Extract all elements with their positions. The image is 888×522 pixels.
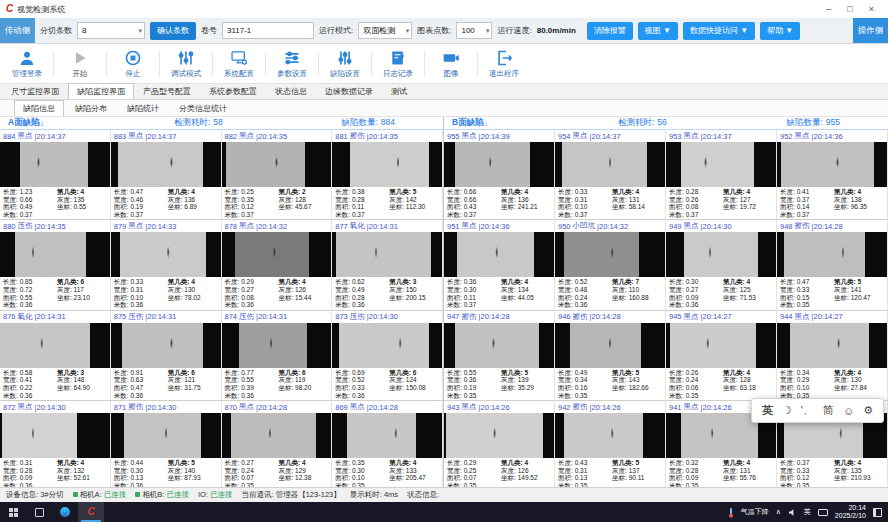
defect-image[interactable] <box>222 232 332 277</box>
defect-image[interactable] <box>332 232 442 277</box>
main-tab-产品型号配置[interactable]: 产品型号配置 <box>134 83 200 99</box>
minimize-button[interactable]: – <box>826 4 831 14</box>
sub-tab-分类信息统计[interactable]: 分类信息统计 <box>170 100 236 116</box>
main-tab-测试[interactable]: 测试 <box>382 83 416 99</box>
run-mode-select[interactable]: 双面检测 <box>358 22 412 39</box>
defect-image[interactable] <box>444 323 554 368</box>
main-tab-尺寸监控界面[interactable]: 尺寸监控界面 <box>2 83 68 99</box>
main-tab-边缘数据记录[interactable]: 边缘数据记录 <box>316 83 382 99</box>
defect-cell[interactable]: 954黑点|20:14:37长度: 0.33宽度: 0.31面积: 0.10米数… <box>555 130 666 220</box>
defect-cell[interactable]: 883黑点|20:14:37长度: 0.47宽度: 0.46面积: 0.19米数… <box>111 130 222 220</box>
defect-cell[interactable]: 879黑点|20:14:33长度: 0.33宽度: 0.31面积: 0.10米数… <box>111 220 222 310</box>
roll-number-input[interactable]: 3117-1 <box>222 22 314 39</box>
weather-text[interactable]: 气温下降 <box>741 507 769 517</box>
toolbar-debug-mode-button[interactable]: 调试模式 <box>163 44 209 83</box>
defect-image[interactable] <box>555 323 665 368</box>
toolbar-stop-button[interactable]: 停止 <box>110 44 156 83</box>
data-quick-access-button[interactable]: 数据快捷访问 ▼ <box>683 22 755 40</box>
defect-image[interactable] <box>777 323 887 368</box>
defect-image[interactable] <box>0 142 110 187</box>
defect-image[interactable] <box>666 142 776 187</box>
defect-cell[interactable]: 874压伤|20:14:31长度: 0.77宽度: 0.55面积: 0.39米数… <box>222 311 333 401</box>
defect-cell[interactable]: 871擦伤|20:14:30长度: 0.44宽度: 0.30面积: 0.13米数… <box>111 401 222 487</box>
defect-image[interactable] <box>0 232 110 277</box>
defect-cell[interactable]: 869黑点|20:14:28长度: 0.35宽度: 0.30面积: 0.10米数… <box>332 401 443 487</box>
toolbar-log-button[interactable]: 日志记录 <box>375 44 421 83</box>
main-tab-缺陷监控界面[interactable]: 缺陷监控界面 <box>68 83 134 99</box>
defect-image[interactable] <box>444 232 554 277</box>
toolbar-camera-button[interactable]: 图像 <box>428 44 474 83</box>
ime-punctuation[interactable]: '、 <box>801 403 814 418</box>
defect-cell[interactable]: 876氧化|20:14:31长度: 0.58宽度: 0.41面积: 0.22米数… <box>0 311 111 401</box>
ime-moon-icon[interactable]: ☽ <box>782 404 792 417</box>
defect-image[interactable] <box>332 142 442 187</box>
defect-cell[interactable]: 948擦伤|20:14:28长度: 0.47宽度: 0.33面积: 0.15米数… <box>777 220 888 310</box>
ime-emoji-icon[interactable]: ☺ <box>843 405 854 417</box>
defect-image[interactable] <box>222 142 332 187</box>
ime-lang-english[interactable]: 英 <box>762 403 773 418</box>
defect-image[interactable] <box>222 413 332 458</box>
task-view-button[interactable] <box>26 502 52 522</box>
defect-cell[interactable]: 947擦伤|20:14:28长度: 0.55宽度: 0.36面积: 0.19米数… <box>444 311 555 401</box>
defect-image[interactable] <box>444 142 554 187</box>
defect-image[interactable] <box>332 413 442 458</box>
panel-title[interactable]: A面缺陷 <box>8 117 40 129</box>
toolbar-exit-button[interactable]: 退出程序 <box>481 44 527 83</box>
defect-image[interactable] <box>0 323 110 368</box>
defect-image[interactable] <box>222 323 332 368</box>
volume-icon[interactable] <box>788 508 797 517</box>
sub-tab-缺陷信息[interactable]: 缺陷信息 <box>14 100 64 116</box>
sub-tab-缺陷分布[interactable]: 缺陷分布 <box>66 100 116 116</box>
close-button[interactable]: × <box>869 4 874 14</box>
defect-image[interactable] <box>0 413 110 458</box>
toolbar-defect-settings-button[interactable]: 缺陷设置 <box>322 44 368 83</box>
tray-expand-button[interactable]: ∧ <box>776 508 781 516</box>
defect-image[interactable] <box>332 323 442 368</box>
touch-keyboard-icon[interactable] <box>818 509 828 516</box>
toolbar-param-settings-button[interactable]: 参数设置 <box>269 44 315 83</box>
defect-cell[interactable]: 943黑点|20:14:26长度: 0.29宽度: 0.25面积: 0.07米数… <box>444 401 555 487</box>
defect-image[interactable] <box>777 142 887 187</box>
browser-taskbar-button[interactable] <box>52 502 78 522</box>
clear-alarm-button[interactable]: 清除报警 <box>587 22 633 40</box>
input-language-indicator[interactable]: 英 <box>804 507 811 517</box>
defect-cell[interactable]: 950小凹坑|20:14:32长度: 0.52宽度: 0.48面积: 0.24米… <box>555 220 666 310</box>
help-menu-button[interactable]: 帮助 ▼ <box>760 22 800 40</box>
defect-image[interactable] <box>555 142 665 187</box>
slit-count-select[interactable]: 8 <box>77 22 145 39</box>
defect-cell[interactable]: 955黑点|20:14:39长度: 0.66宽度: 0.66面积: 0.43米数… <box>444 130 555 220</box>
defect-image[interactable] <box>444 413 554 458</box>
defect-image[interactable] <box>555 232 665 277</box>
defect-image[interactable] <box>555 413 665 458</box>
operator-side-button[interactable]: 操作侧 <box>853 18 888 43</box>
defect-image[interactable] <box>666 323 776 368</box>
defect-image[interactable] <box>777 232 887 277</box>
defect-cell[interactable]: 880压伤|20:14:35长度: 0.85宽度: 0.72面积: 0.55米数… <box>0 220 111 310</box>
maximize-button[interactable]: □ <box>847 4 852 14</box>
main-tab-系统参数配置[interactable]: 系统参数配置 <box>200 83 266 99</box>
ime-language-bar[interactable]: 英☽'、简☺⚙ <box>751 398 884 423</box>
defect-cell[interactable]: 878黑点|20:14:32长度: 0.29宽度: 0.27面积: 0.08米数… <box>222 220 333 310</box>
toolbar-play-button[interactable]: 开始 <box>57 44 103 83</box>
chart-points-select[interactable]: 100 <box>456 22 492 39</box>
panel-title[interactable]: B面缺陷 <box>452 117 484 129</box>
defect-cell[interactable]: 875压伤|20:14:31长度: 0.91宽度: 0.63面积: 0.47米数… <box>111 311 222 401</box>
ime-simplified-chinese[interactable]: 简 <box>823 403 834 418</box>
defect-cell[interactable]: 877氧化|20:14:31长度: 0.62宽度: 0.49面积: 0.28米数… <box>332 220 443 310</box>
defect-cell[interactable]: 942擦伤|20:14:26长度: 0.43宽度: 0.31面积: 0.13米数… <box>555 401 666 487</box>
confirm-count-button[interactable]: 确认条数 <box>150 22 196 40</box>
defect-cell[interactable]: 944黑点|20:14:27长度: 0.34宽度: 0.29面积: 0.10米数… <box>777 311 888 401</box>
defect-cell[interactable]: 945黑点|20:14:27长度: 0.26宽度: 0.24面积: 0.06米数… <box>666 311 777 401</box>
defect-cell[interactable]: 870黑点|20:14:28长度: 0.27宽度: 0.24面积: 0.07米数… <box>222 401 333 487</box>
toolbar-user-button[interactable]: 管理登录 <box>4 44 50 83</box>
defect-cell[interactable]: 953黑点|20:14:37长度: 0.28宽度: 0.26面积: 0.08米数… <box>666 130 777 220</box>
defect-cell[interactable]: 873压伤|20:14:30长度: 0.69宽度: 0.52面积: 0.33米数… <box>332 311 443 401</box>
defect-cell[interactable]: 946擦伤|20:14:28长度: 0.49宽度: 0.34面积: 0.16米数… <box>555 311 666 401</box>
defect-cell[interactable]: 872黑点|20:14:30长度: 0.31宽度: 0.28面积: 0.09米数… <box>0 401 111 487</box>
action-center-icon[interactable] <box>873 508 882 517</box>
sort-arrow-icon[interactable]: ↓ <box>484 118 488 128</box>
defect-image[interactable] <box>111 232 221 277</box>
sub-tab-缺陷统计[interactable]: 缺陷统计 <box>118 100 168 116</box>
clock[interactable]: 20:14 2025/2/10 <box>835 504 866 520</box>
sort-arrow-icon[interactable]: ↓ <box>40 118 44 128</box>
